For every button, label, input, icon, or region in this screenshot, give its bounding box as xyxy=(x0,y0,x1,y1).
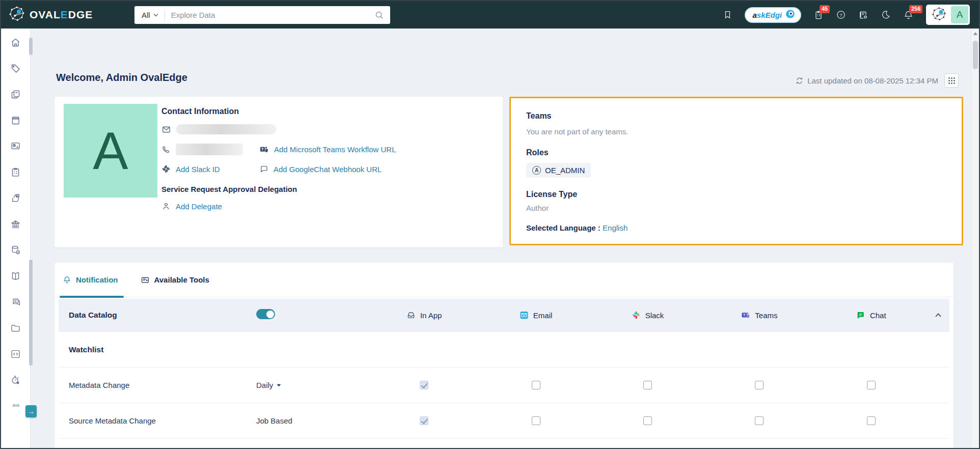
sidebar-home-icon[interactable] xyxy=(10,37,21,48)
teams-checkbox[interactable] xyxy=(755,381,764,389)
add-gchat-webhook-link[interactable]: Add GoogleChat Webhook URL xyxy=(274,165,382,174)
sidebar-tasks-icon[interactable] xyxy=(10,167,21,178)
sidebar-projects-icon[interactable] xyxy=(10,323,21,333)
app-window: OVALEDGE All askEdgi xyxy=(0,0,980,449)
email-checkbox[interactable] xyxy=(532,381,540,389)
section-label: Watchlist xyxy=(69,345,250,354)
table-row-source-metadata-change: Source Metadata Change Job Based xyxy=(59,403,949,438)
user-avatar[interactable]: A xyxy=(951,6,968,23)
notification-type-label: Metadata Change xyxy=(69,381,250,389)
refresh-icon[interactable] xyxy=(795,76,804,85)
search-scope-dropdown[interactable]: All xyxy=(134,11,165,19)
left-sidebar xyxy=(1,29,31,448)
sidebar-catalog-icon[interactable] xyxy=(10,115,21,126)
selected-language-value[interactable]: English xyxy=(603,223,628,232)
teams-checkbox[interactable] xyxy=(755,416,764,425)
tasks-badge: 45 xyxy=(820,5,830,13)
active-tab-underline xyxy=(60,296,124,298)
table-section-row: Watchlist xyxy=(59,331,949,367)
release-notes-icon[interactable] xyxy=(858,10,868,20)
sidebar-scheduler-icon[interactable] xyxy=(10,375,21,385)
sidebar-collaboration-icon[interactable] xyxy=(10,297,21,307)
phone-icon xyxy=(161,145,171,154)
apps-grid-button[interactable] xyxy=(944,73,959,88)
search-input[interactable] xyxy=(165,11,374,19)
roles-title: Roles xyxy=(526,148,946,157)
global-search: All xyxy=(134,6,390,24)
sidebar-approvals-icon[interactable] xyxy=(10,193,21,204)
sidebar-glossary-icon[interactable] xyxy=(10,271,21,282)
profile-menu[interactable]: A xyxy=(926,5,970,25)
role-name: OE_ADMIN xyxy=(545,166,585,175)
notification-table: Data Catalog In App Email Slack xyxy=(59,299,949,449)
scroll-up-arrow[interactable] xyxy=(973,32,977,35)
column-header-chat: Chat xyxy=(815,311,927,320)
module-name: Data Catalog xyxy=(69,311,250,320)
role-chip: A OE_ADMIN xyxy=(526,163,591,178)
page-scrollbar[interactable] xyxy=(971,29,979,448)
chat-checkbox[interactable] xyxy=(867,381,876,389)
sidebar-tags-icon[interactable] xyxy=(10,63,21,74)
slack-checkbox[interactable] xyxy=(643,416,652,425)
alerts-badge: 256 xyxy=(909,5,922,13)
service-desk-icon[interactable]: 45 xyxy=(813,10,824,20)
notifications-bell-icon[interactable]: 256 xyxy=(903,10,914,20)
last-updated: Last updated on 08-08-2025 12:34 PM xyxy=(795,76,938,85)
help-icon[interactable]: ? xyxy=(836,10,846,20)
add-delegate-link[interactable]: Add Delegate xyxy=(176,202,222,211)
sidebar-scrollbar-thumb[interactable] xyxy=(29,260,33,366)
ovaledge-logo[interactable]: OVALEDGE xyxy=(8,5,93,24)
schedule-dropdown[interactable]: Daily xyxy=(256,381,281,389)
tab-available-tools[interactable]: Available Tools xyxy=(141,263,209,297)
tab-notification[interactable]: Notification xyxy=(63,263,118,297)
person-icon xyxy=(161,202,171,211)
column-header-slack: Slack xyxy=(592,311,703,320)
contact-information-card: A Contact Information Add Microsoft Team… xyxy=(55,97,503,247)
chevron-down-icon xyxy=(153,13,158,17)
chevron-up-icon xyxy=(935,313,942,318)
scrollbar-thumb[interactable] xyxy=(973,41,978,69)
email-redacted xyxy=(176,124,276,134)
teams-workflow-row: Add Microsoft Teams Workflow URL xyxy=(259,145,493,154)
chat-checkbox[interactable] xyxy=(867,416,876,425)
schedule-label: Job Based xyxy=(256,416,292,425)
sidebar-query-sheet-icon[interactable] xyxy=(10,349,21,359)
grid-dots-icon xyxy=(948,77,956,85)
license-type-title: License Type xyxy=(526,190,946,199)
notification-type-label: Source Metadata Change xyxy=(69,416,250,425)
ms-teams-icon xyxy=(259,145,269,154)
delegation-title: Service Request Approval Delegation xyxy=(161,185,493,193)
bookmark-icon[interactable] xyxy=(723,10,732,20)
sidebar-governance-icon[interactable] xyxy=(10,219,21,230)
in-app-checkbox[interactable] xyxy=(420,381,428,389)
slack-checkbox[interactable] xyxy=(643,381,652,389)
tools-card-icon xyxy=(141,275,150,285)
collapse-section-chevron[interactable] xyxy=(927,313,949,318)
sidebar-expand-button[interactable]: → xyxy=(25,405,37,417)
add-teams-workflow-link[interactable]: Add Microsoft Teams Workflow URL xyxy=(274,145,396,154)
sidebar-reports-icon[interactable] xyxy=(10,141,21,152)
search-icon[interactable] xyxy=(374,10,384,20)
email-checkbox[interactable] xyxy=(532,416,540,425)
in-app-checkbox[interactable] xyxy=(420,416,428,425)
brand-wordmark: OVALEDGE xyxy=(30,9,93,21)
dark-mode-moon-icon[interactable] xyxy=(881,10,891,20)
sidebar-documents-icon[interactable] xyxy=(10,89,21,100)
column-header-teams: Teams xyxy=(703,311,815,320)
sidebar-users-icon[interactable] xyxy=(10,401,21,407)
teams-roles-panel: Teams You are not part of any teams. Rol… xyxy=(509,97,963,245)
sidebar-scrollbar-thumb[interactable] xyxy=(29,38,33,55)
mail-icon xyxy=(161,125,171,134)
main-content: Welcome, Admin OvalEdge Last updated on … xyxy=(31,29,971,448)
data-catalog-toggle[interactable] xyxy=(256,309,275,319)
phone-row xyxy=(161,144,259,155)
svg-text:?: ? xyxy=(839,12,842,18)
contact-information-title: Contact Information xyxy=(161,107,493,116)
ovaledge-logo-icon xyxy=(8,5,25,24)
slack-icon xyxy=(632,311,641,320)
profile-avatar-large: A xyxy=(64,104,157,198)
add-delegate-row: Add Delegate xyxy=(161,202,493,211)
add-slack-id-link[interactable]: Add Slack ID xyxy=(176,165,220,174)
sidebar-data-quality-icon[interactable] xyxy=(10,245,21,256)
ask-edgi-button[interactable]: askEdgi xyxy=(745,7,801,23)
